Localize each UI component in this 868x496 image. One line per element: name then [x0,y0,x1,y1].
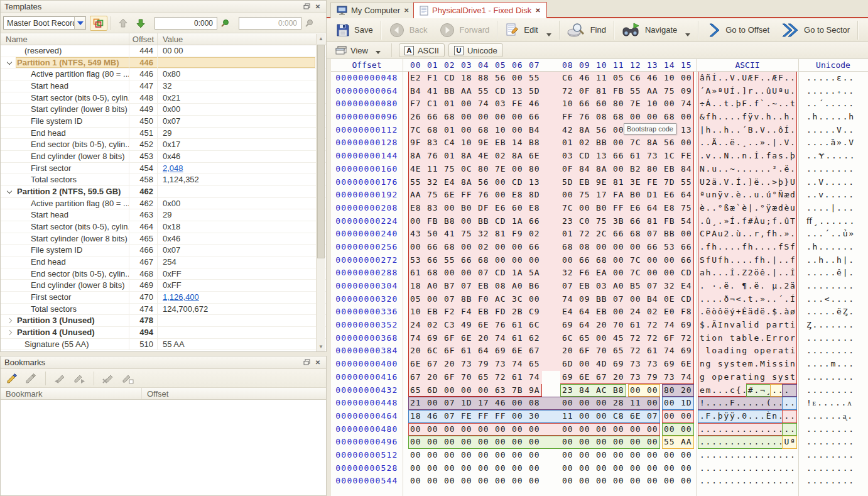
hex-byte[interactable]: 32 [664,280,675,293]
hex-byte[interactable]: B8 [444,215,455,228]
hex-row[interactable]: 000000001765532E48A5600CD135DEB9E813EFE7… [331,176,868,189]
hex-byte[interactable]: 81 [647,215,658,228]
hex-byte[interactable]: E8 [512,189,523,202]
unicode-text[interactable]: ........ [806,449,855,462]
hex-byte[interactable]: 11 [562,410,573,423]
hex-byte[interactable]: 00 [596,436,607,449]
sector-link[interactable]: 2,048 [163,163,183,173]
hex-byte[interactable]: 20 [562,344,573,358]
hex-byte[interactable]: FF [461,189,472,202]
hex-byte[interactable]: E8 [529,202,540,215]
hex-byte[interactable]: 00 [664,475,675,488]
hex-byte[interactable]: EB [579,176,590,189]
hex-byte[interactable]: 00 [495,475,506,488]
pin-position-icon-2[interactable] [301,16,317,31]
hex-byte[interactable]: FD [495,306,506,319]
hex-byte[interactable]: 46 [647,72,658,85]
hex-byte[interactable]: 00 [529,475,540,488]
hex-row[interactable]: 00000000240435041753281F90201722C666807B… [331,228,868,241]
hex-byte[interactable]: F4 [461,306,472,319]
hex-byte[interactable]: 61 [512,332,523,345]
close-tab-icon[interactable]: ✕ [404,7,409,14]
hex-byte[interactable]: 5D [562,176,573,189]
hex-byte[interactable]: 00 [495,176,506,189]
hex-byte[interactable]: 00 [664,397,675,410]
hex-byte[interactable]: 00 [664,254,675,267]
hex-byte[interactable]: 00 [444,423,455,436]
tab-my-computer[interactable]: My Computer ✕ [330,2,415,18]
hex-byte[interactable]: B6 [529,280,540,293]
hex-byte[interactable]: A0 [427,280,438,293]
hex-byte[interactable]: 4E [410,163,421,176]
hex-byte[interactable]: FF [495,410,506,423]
hex-byte[interactable]: EB [478,306,489,319]
hex-byte[interactable]: FE [681,150,692,163]
hex-byte[interactable]: 32 [478,228,489,241]
hex-byte[interactable]: 0F [562,163,573,176]
hex-byte[interactable]: 68 [562,241,573,254]
hex-byte[interactable]: 1C [664,150,675,163]
hex-byte[interactable]: 11 [427,163,438,176]
hex-row[interactable]: 0000000025600666800020000666808000000665… [331,241,868,254]
unicode-text[interactable]: ........ [806,332,855,345]
hex-byte[interactable]: 00 [427,423,438,436]
hex-byte[interactable]: 68 [427,267,438,280]
hex-byte[interactable]: 00 [579,436,590,449]
hex-byte[interactable]: 3C [512,293,523,306]
template-field-row[interactable]: Active partition flag (80 = ...4460x80 [1,69,326,80]
ascii-text[interactable]: . [784,384,796,397]
ascii-text[interactable]: #.¬¸ [748,384,772,397]
hex-byte[interactable]: EB [478,280,489,293]
hex-byte[interactable]: 72 [495,371,506,384]
unicode-text[interactable]: .h.....h [806,111,855,124]
hex-byte[interactable]: 6F [444,371,455,384]
hex-byte[interactable]: 00 [613,254,624,267]
hex-byte[interactable]: 00 [427,293,438,306]
hex-byte[interactable]: C6 [562,72,573,85]
ascii-text[interactable]: .. [784,410,796,423]
hex-byte[interactable]: 66 [613,228,624,241]
hex-byte[interactable]: 64 [478,344,489,358]
hex-byte[interactable]: 05 [613,72,624,85]
hex-byte[interactable]: FB [613,85,624,98]
hex-byte[interactable]: 8A [512,150,523,163]
hex-byte[interactable]: 00 [427,462,438,475]
hex-row[interactable]: 000000001289F83C4109EEB14B80102BB007C8A5… [331,136,868,150]
hex-byte[interactable]: 64 [579,319,590,332]
ascii-text[interactable]: ´A»ªUÍ.]r..ûUªu. [700,85,796,98]
hex-row[interactable]: 000000001448A76018A4E028A6E03CD136661731… [331,150,868,163]
hex-byte[interactable]: 24 [630,306,641,319]
hex-byte[interactable]: 00 [512,423,523,436]
hex-byte[interactable]: B4 [647,293,658,306]
hex-byte[interactable]: B8 [529,136,540,150]
template-field-row[interactable]: (reserved)44400 00 [1,45,326,57]
hex-byte[interactable]: 26 [410,111,421,124]
hex-byte[interactable]: 00 [410,423,421,436]
hex-byte[interactable]: 00 [579,475,590,488]
hex-byte[interactable]: CD [444,72,455,85]
hex-byte[interactable]: 00 [664,423,675,436]
hex-byte[interactable]: 00 [444,267,455,280]
hex-byte[interactable]: 00 [410,436,421,449]
hex-byte[interactable]: F9 [512,228,523,241]
hex-byte[interactable]: 61 [647,344,658,358]
hex-byte[interactable]: 01 [444,124,455,137]
hex-byte[interactable]: 46 [579,72,590,85]
hex-byte[interactable]: 67 [596,371,607,384]
template-field-row[interactable]: End head467254 [1,256,326,268]
hex-byte[interactable]: 01 [444,97,455,111]
hex-row[interactable]: 000000003200500078BF0AC3C007409BB0700B40… [331,293,868,306]
hex-byte[interactable]: 00 [613,163,624,176]
hex-byte[interactable]: 6E [410,358,421,371]
hex-byte[interactable]: 03 [596,280,607,293]
column-header-offset[interactable]: Offset [129,33,158,45]
hex-byte[interactable]: 42 [562,124,573,137]
hex-byte[interactable]: AA [647,85,658,98]
hex-byte[interactable]: 70 [613,319,624,332]
hex-byte[interactable]: 9F [410,136,421,150]
hex-byte[interactable]: 41 [444,228,455,241]
hex-byte[interactable]: 00 [512,436,523,449]
hex-byte[interactable]: 10 [647,97,658,111]
hex-row[interactable]: 00000000192AA756EFF7600E88D007517FAB0D1E… [331,189,868,202]
hex-byte[interactable]: 73 [647,358,658,371]
